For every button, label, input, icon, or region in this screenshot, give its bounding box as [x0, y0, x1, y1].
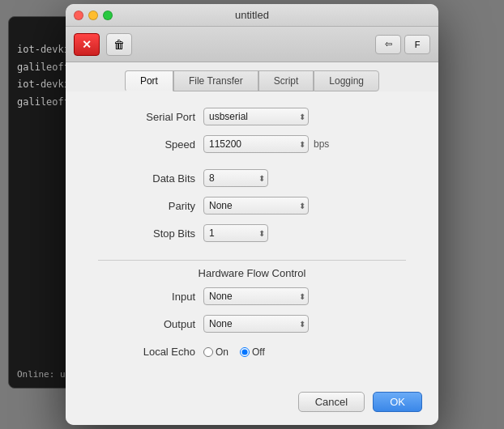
- serial-port-row: Serial Port usbserial: [98, 108, 406, 125]
- local-echo-row: Local Echo On Off: [98, 346, 406, 358]
- tab-script[interactable]: Script: [258, 70, 314, 91]
- trash-button[interactable]: 🗑: [106, 33, 132, 56]
- parity-select-wrapper: None: [203, 197, 309, 214]
- trash-icon: 🗑: [113, 38, 125, 51]
- data-bits-select[interactable]: 8: [203, 169, 268, 187]
- local-echo-off-text: Off: [252, 346, 265, 358]
- stop-bits-label: Stop Bits: [98, 227, 195, 240]
- stop-bits-row: Stop Bits 1: [98, 224, 406, 242]
- close-button[interactable]: [74, 11, 83, 20]
- back-icon: ⇦: [385, 39, 392, 49]
- parity-row: Parity None: [98, 197, 406, 214]
- speed-row: Speed 115200 bps: [98, 135, 406, 153]
- input-label: Input: [98, 291, 195, 303]
- output-select[interactable]: None: [203, 315, 309, 333]
- cancel-button[interactable]: Cancel: [298, 392, 365, 412]
- output-label: Output: [98, 318, 195, 330]
- serial-port-select[interactable]: usbserial: [203, 108, 309, 125]
- settings-dialog: untitled ✕ 🗑 ⇦ F Port File Transfe: [66, 4, 438, 425]
- tab-port[interactable]: Port: [125, 70, 173, 91]
- desktop: iot-devkit galileoff14 iot-devkit galile…: [0, 0, 504, 429]
- local-echo-label: Local Echo: [98, 346, 195, 358]
- dialog-footer: Cancel OK: [66, 384, 438, 425]
- close-x-button[interactable]: ✕: [74, 33, 100, 56]
- forward-icon: F: [415, 40, 421, 49]
- window-title: untitled: [235, 9, 269, 21]
- stop-bits-select-wrapper: 1: [203, 224, 268, 242]
- tab-logging[interactable]: Logging: [314, 70, 379, 91]
- speed-label: Speed: [98, 138, 195, 151]
- speed-unit: bps: [314, 138, 329, 150]
- maximize-button[interactable]: [103, 11, 113, 20]
- speed-select[interactable]: 115200: [203, 135, 309, 153]
- data-bits-label: Data Bits: [98, 172, 195, 185]
- input-select-wrapper: None: [203, 287, 309, 305]
- local-echo-off-label[interactable]: Off: [240, 346, 265, 358]
- serial-port-label: Serial Port: [98, 111, 195, 123]
- serial-port-select-wrapper: usbserial: [203, 108, 309, 125]
- minimize-button[interactable]: [88, 11, 98, 20]
- nav-buttons: ⇦ F: [375, 35, 430, 54]
- hw-flow-control-header: Hardware Flow Control: [98, 267, 406, 279]
- parity-label: Parity: [98, 200, 195, 212]
- traffic-lights: [74, 11, 113, 20]
- parity-select[interactable]: None: [203, 197, 309, 214]
- local-echo-on-text: On: [216, 346, 229, 358]
- input-row: Input None: [98, 287, 406, 305]
- forward-button[interactable]: F: [404, 35, 430, 54]
- output-row: Output None: [98, 315, 406, 333]
- ok-button[interactable]: OK: [373, 392, 422, 412]
- dialog-content: Serial Port usbserial Speed 115200 bps: [66, 91, 438, 384]
- titlebar: untitled: [66, 4, 438, 27]
- output-select-wrapper: None: [203, 315, 309, 333]
- local-echo-on-radio[interactable]: [203, 347, 213, 357]
- stop-bits-select[interactable]: 1: [203, 224, 268, 242]
- close-x-icon: ✕: [82, 38, 92, 51]
- back-button[interactable]: ⇦: [375, 35, 401, 54]
- local-echo-radio-group: On Off: [203, 346, 265, 358]
- tab-file-transfer[interactable]: File Transfer: [173, 70, 258, 91]
- local-echo-on-label[interactable]: On: [203, 346, 229, 358]
- input-select[interactable]: None: [203, 287, 309, 305]
- speed-select-wrapper: 115200: [203, 135, 309, 153]
- data-bits-select-wrapper: 8: [203, 169, 268, 187]
- local-echo-off-radio[interactable]: [240, 347, 250, 357]
- tab-bar: Port File Transfer Script Logging: [66, 62, 438, 91]
- data-bits-row: Data Bits 8: [98, 169, 406, 187]
- toolbar: ✕ 🗑 ⇦ F: [66, 27, 438, 62]
